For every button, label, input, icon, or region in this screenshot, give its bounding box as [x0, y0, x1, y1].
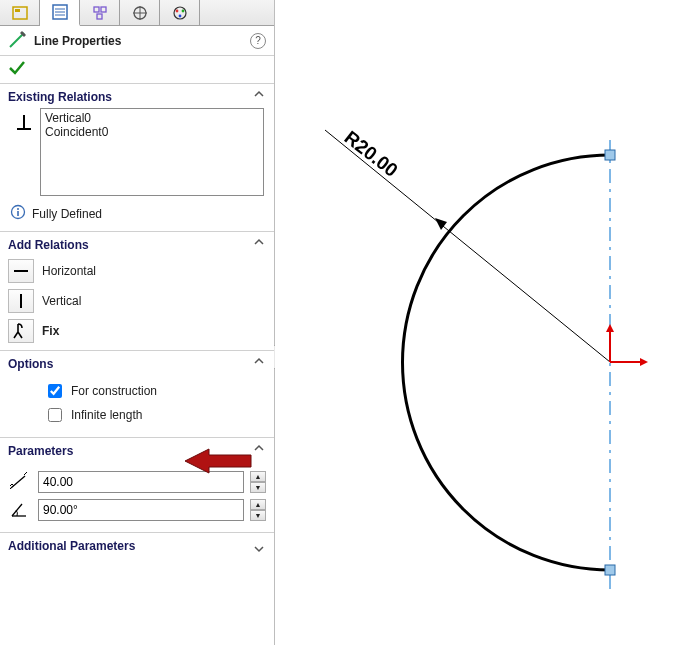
svg-line-16	[10, 33, 24, 47]
panel-title: Line Properties	[34, 34, 250, 48]
svg-rect-7	[101, 7, 106, 12]
svg-point-20	[17, 208, 19, 210]
chevron-up-icon	[252, 441, 266, 455]
svg-rect-6	[94, 7, 99, 12]
section-add-relations[interactable]: Add Relations	[0, 232, 274, 256]
svg-rect-8	[97, 14, 102, 19]
infinite-length-label: Infinite length	[71, 408, 142, 422]
feature-manager-tabs	[0, 0, 274, 26]
section-additional-parameters[interactable]: Additional Parameters	[0, 533, 274, 557]
fix-label: Fix	[42, 324, 59, 338]
fix-icon	[8, 319, 34, 343]
length-spin-up[interactable]: ▲	[250, 471, 266, 482]
for-construction-label: For construction	[71, 384, 157, 398]
additional-parameters-label: Additional Parameters	[8, 539, 135, 553]
parameters-label: Parameters	[8, 444, 73, 458]
angle-input[interactable]	[38, 499, 244, 521]
horizontal-icon	[8, 259, 34, 283]
infinite-length-checkbox[interactable]: Infinite length	[44, 405, 266, 425]
vertical-label: Vertical	[42, 294, 81, 308]
graphics-viewport[interactable]: R20.00	[275, 0, 698, 645]
svg-rect-0	[13, 7, 27, 19]
svg-point-15	[178, 15, 181, 18]
tab-feature-tree[interactable]	[0, 0, 40, 26]
vertical-icon	[8, 289, 34, 313]
options-label: Options	[8, 357, 53, 371]
definition-status: Fully Defined	[32, 207, 102, 221]
length-spin-down[interactable]: ▼	[250, 482, 266, 493]
endpoint-handle[interactable]	[605, 565, 615, 575]
svg-marker-28	[640, 358, 648, 366]
sketch-arc[interactable]	[403, 155, 611, 570]
angle-spin-down[interactable]: ▼	[250, 510, 266, 521]
chevron-up-icon	[252, 235, 266, 249]
infinite-length-input[interactable]	[48, 408, 62, 422]
length-icon	[6, 470, 32, 494]
endpoint-handle[interactable]	[605, 150, 615, 160]
tab-appearances[interactable]	[160, 0, 200, 26]
tab-configuration-manager[interactable]	[80, 0, 120, 26]
tab-property-manager[interactable]	[40, 0, 80, 26]
chevron-up-icon	[252, 354, 266, 368]
chevron-up-icon	[252, 87, 266, 101]
relation-item[interactable]: Vertical0	[45, 111, 259, 125]
for-construction-checkbox[interactable]: For construction	[44, 381, 266, 401]
length-input[interactable]	[38, 471, 244, 493]
origin-marker	[606, 324, 648, 366]
svg-marker-30	[606, 324, 614, 332]
add-relation-horizontal[interactable]: Horizontal	[6, 256, 268, 286]
help-icon[interactable]: ?	[250, 33, 266, 49]
add-relation-vertical[interactable]: Vertical	[6, 286, 268, 316]
relation-item[interactable]: Coincident0	[45, 125, 259, 139]
relations-list[interactable]: Vertical0 Coincident0	[40, 108, 264, 196]
angle-spin-up[interactable]: ▲	[250, 499, 266, 510]
radius-dimension-text[interactable]: R20.00	[341, 127, 402, 181]
existing-relations-label: Existing Relations	[8, 90, 112, 104]
section-options[interactable]: Options	[0, 351, 274, 375]
angle-icon	[6, 498, 32, 522]
for-construction-input[interactable]	[48, 384, 62, 398]
relation-icon	[12, 110, 36, 134]
section-existing-relations[interactable]: Existing Relations	[0, 84, 274, 108]
section-parameters[interactable]: Parameters	[0, 438, 274, 462]
add-relations-label: Add Relations	[8, 238, 89, 252]
line-icon	[8, 29, 28, 52]
svg-rect-21	[17, 211, 19, 216]
svg-point-13	[175, 10, 178, 13]
chevron-down-icon	[252, 542, 266, 556]
svg-point-14	[181, 10, 184, 13]
horizontal-label: Horizontal	[42, 264, 96, 278]
info-icon	[10, 204, 26, 223]
sketch-canvas: R20.00	[275, 0, 698, 645]
ok-icon[interactable]	[8, 59, 26, 80]
svg-rect-1	[15, 9, 20, 12]
dimension-leader[interactable]	[325, 130, 610, 362]
tab-dimxpert[interactable]	[120, 0, 160, 26]
add-relation-fix[interactable]: Fix	[6, 316, 268, 346]
